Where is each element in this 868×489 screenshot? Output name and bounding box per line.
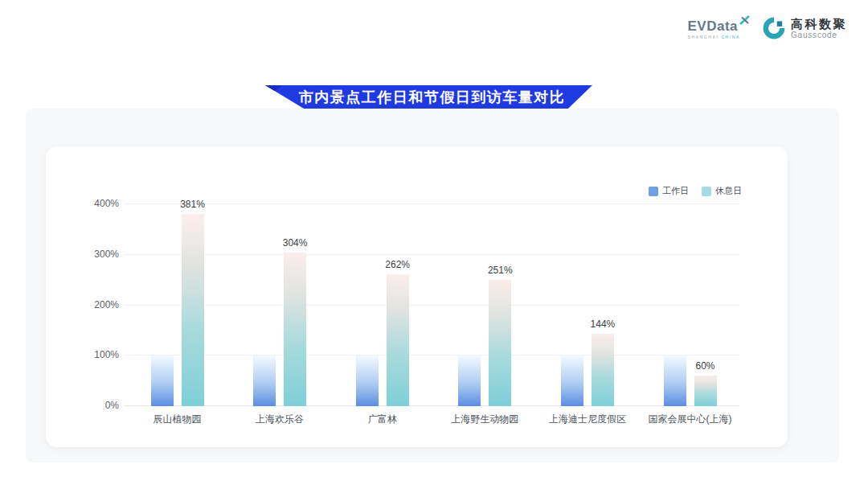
legend-swatch	[649, 187, 658, 196]
banner-fold-accent	[265, 85, 283, 97]
evdata-tagline-left: SHANGHAI	[687, 35, 719, 39]
content-panel: 工作日休息日 0%100%200%300%400% 381%辰山植物园304%上…	[26, 109, 839, 462]
y-tick-label: 100%	[94, 349, 119, 360]
bar-workday[interactable]	[151, 355, 174, 406]
chart-card: 工作日休息日 0%100%200%300%400% 381%辰山植物园304%上…	[46, 146, 788, 447]
gridline	[125, 405, 739, 406]
category-label: 广富林	[326, 413, 439, 426]
evdata-x-icon	[739, 15, 751, 26]
legend-swatch	[702, 187, 711, 196]
gausscode-logo-text: 高科数聚 Gausscode	[791, 17, 847, 40]
legend-item-workday[interactable]: 工作日	[649, 185, 689, 197]
y-tick-label: 300%	[94, 249, 119, 260]
bar-holiday[interactable]	[387, 274, 409, 406]
gridline	[125, 355, 739, 355]
legend-label: 休息日	[715, 185, 742, 197]
value-label: 304%	[271, 237, 319, 249]
value-label: 262%	[374, 259, 422, 270]
value-label: 381%	[169, 199, 217, 210]
gridline	[125, 203, 739, 204]
bar-holiday[interactable]	[182, 214, 204, 406]
category-label: 上海野生动物园	[428, 413, 541, 426]
bar-holiday[interactable]	[592, 334, 614, 406]
gridline	[125, 254, 739, 255]
legend-item-holiday[interactable]: 休息日	[702, 185, 742, 197]
legend-label: 工作日	[662, 185, 689, 197]
y-tick-label: 400%	[94, 198, 119, 209]
evdata-tagline-right: CHINA	[721, 35, 740, 39]
bar-holiday[interactable]	[694, 376, 717, 406]
bar-holiday[interactable]	[489, 280, 511, 407]
category-label: 辰山植物园	[121, 413, 234, 426]
category-label: 上海欢乐谷	[223, 413, 336, 426]
gausscode-cn-label: 高科数聚	[791, 17, 847, 31]
category-label: 国家会展中心(上海)	[634, 413, 747, 426]
evdata-logo-top: EVData	[687, 19, 751, 33]
bar-workday[interactable]	[561, 355, 583, 406]
gausscode-g-icon	[762, 16, 786, 40]
bar-holiday[interactable]	[284, 253, 306, 406]
y-tick-label: 0%	[105, 400, 119, 411]
evdata-logo: EVData SHANGHAI CHINA	[687, 16, 751, 39]
evdata-logo-text: EVData	[687, 19, 738, 33]
value-label: 144%	[579, 318, 627, 330]
gausscode-en-label: Gausscode	[791, 31, 847, 40]
bar-workday[interactable]	[253, 355, 276, 406]
value-label: 60%	[682, 360, 730, 372]
y-axis: 0%100%200%300%400%	[46, 204, 119, 406]
category-label: 上海迪士尼度假区	[531, 413, 644, 426]
title-banner: 市内景点工作日和节假日到访车量对比	[265, 85, 592, 109]
page-title: 市内景点工作日和节假日到访车量对比	[293, 88, 566, 107]
gausscode-logo: 高科数聚 Gausscode	[762, 16, 847, 40]
bar-workday[interactable]	[356, 355, 379, 406]
bar-workday[interactable]	[458, 355, 481, 406]
header-logos: EVData SHANGHAI CHINA 高科数聚 Gausscode	[687, 16, 847, 40]
gridline	[125, 305, 739, 306]
value-label: 251%	[476, 265, 524, 276]
plot-area: 381%辰山植物园304%上海欢乐谷262%广富林251%上海野生动物园144%…	[125, 204, 739, 406]
evdata-tagline: SHANGHAI CHINA	[687, 35, 739, 39]
y-tick-label: 200%	[94, 299, 119, 310]
chart-legend: 工作日休息日	[649, 185, 742, 197]
